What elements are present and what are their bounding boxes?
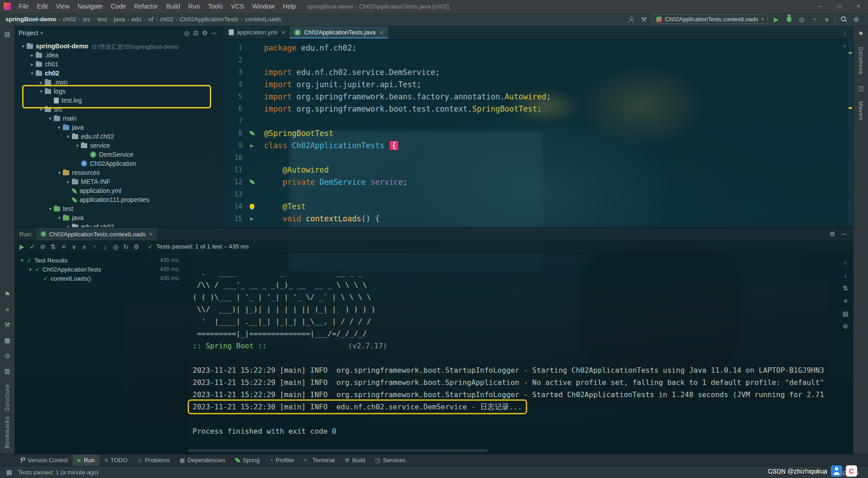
horizontal-scrollbar[interactable] — [188, 449, 488, 452]
tree-item-logs[interactable]: ▾logs — [15, 87, 222, 96]
breadcrumb-java[interactable]: java — [113, 16, 126, 23]
test-options-icon[interactable]: ≡ — [58, 242, 69, 252]
tool-button-version-control[interactable]: Version Control — [15, 455, 73, 466]
previous-test-icon[interactable]: ↑ — [90, 242, 100, 252]
tool-window-button-bookmarks[interactable]: Bookmarks — [4, 416, 10, 449]
chevron-icon[interactable]: ▸ — [28, 61, 36, 67]
breadcrumb-test[interactable]: test — [96, 16, 108, 23]
close-icon[interactable]: × — [149, 231, 152, 238]
menu-help[interactable]: Help — [279, 0, 300, 13]
menu-edit[interactable]: Edit — [33, 0, 52, 13]
breadcrumb-edu[interactable]: edu — [131, 16, 143, 23]
chevron-icon[interactable]: ▾ — [38, 107, 45, 112]
collapse-all-icon[interactable]: ∧ — [79, 242, 90, 252]
tree-item-resources[interactable]: ▾resources — [15, 168, 222, 177]
tree-item-main[interactable]: ▾main — [15, 114, 222, 123]
panel-settings-icon[interactable]: ⚙ — [200, 28, 209, 38]
scroll-down-icon[interactable]: ↓ — [841, 271, 850, 281]
chevron-icon[interactable]: ▾ — [28, 70, 36, 76]
chevron-icon[interactable]: ▸ — [28, 52, 36, 58]
chevron-icon[interactable]: ▾ — [27, 267, 34, 272]
next-test-icon[interactable]: ↓ — [100, 242, 110, 252]
collapse-all-icon[interactable]: ⊟ — [191, 28, 200, 38]
tool-button-todo[interactable]: ≡TODO — [99, 455, 132, 466]
breadcrumb-ch02[interactable]: ch02 — [62, 16, 77, 23]
chevron-icon[interactable]: ▾ — [74, 143, 81, 149]
dependencies-tool-icon[interactable]: ▦ — [3, 335, 12, 345]
editor-tab-application-yml[interactable]: application.yml× — [224, 26, 290, 38]
test-history-icon[interactable]: ↻ — [121, 242, 131, 252]
search-everywhere-icon[interactable] — [839, 14, 848, 24]
breadcrumb-src[interactable]: src — [82, 16, 92, 23]
tool-window-button-structure[interactable]: Structure — [4, 384, 10, 411]
project-panel-title[interactable]: Project — [19, 29, 38, 37]
run-gutter-icon[interactable] — [246, 142, 258, 149]
tree-item-ch01[interactable]: ▸ch01 — [15, 60, 222, 69]
chevron-icon[interactable]: ▸ — [65, 179, 72, 185]
menu-view[interactable]: View — [52, 0, 74, 13]
menu-run[interactable]: Run — [184, 0, 204, 13]
tool-button-spring[interactable]: Spring — [230, 455, 265, 466]
editor-scrollbar[interactable] — [849, 39, 852, 227]
code-editor[interactable]: 1package edu.nf.ch02;23import edu.nf.ch0… — [222, 39, 853, 227]
tree-item-edu-nf-ch02[interactable]: ▾edu.nf.ch02 — [15, 222, 222, 227]
tool-window-switcher-icon[interactable]: ▦ — [5, 467, 14, 477]
tree-item-idea[interactable]: ▸.idea — [15, 51, 222, 60]
tree-item-test-log[interactable]: test.log — [15, 96, 222, 105]
tree-item-meta-inf[interactable]: ▸META-INF — [15, 177, 222, 186]
tree-item-java[interactable]: ▾java — [15, 213, 222, 222]
debug-bug-icon[interactable] — [784, 14, 793, 24]
chevron-down-icon[interactable]: ▾ — [41, 30, 43, 36]
settings-icon[interactable]: ⚙ — [852, 14, 861, 24]
tree-item-springboot-demo[interactable]: ▾springBoot-demoD:\作业汇总\S5\springBoot-de… — [15, 42, 222, 51]
run-settings-icon[interactable]: ⚙ — [828, 229, 837, 239]
menu-file[interactable]: File — [14, 0, 33, 13]
device-tool-icon[interactable]: ▥ — [3, 366, 12, 376]
test-node-test-results[interactable]: ▾✓Test Results435 ms — [15, 256, 186, 265]
expand-all-icon[interactable]: ∨ — [69, 242, 79, 252]
todo-tool-icon[interactable]: ≡ — [3, 305, 12, 314]
menu-window[interactable]: Window — [248, 0, 279, 13]
chevron-icon[interactable]: ▾ — [47, 206, 54, 212]
rerun-tests-icon[interactable]: ▶ — [17, 242, 27, 252]
chevron-icon[interactable]: ▾ — [19, 43, 27, 49]
run-gutter-icon[interactable] — [246, 216, 258, 222]
editor-tab-ch02applicationtests-java[interactable]: CCh02ApplicationTests.java× — [290, 26, 388, 38]
chevron-icon[interactable]: ▾ — [56, 125, 63, 131]
clear-console-icon[interactable]: ⊘ — [841, 321, 850, 331]
chevron-icon[interactable]: ▾ — [65, 224, 72, 228]
minimize-button[interactable]: – — [811, 0, 830, 13]
tree-item-ch02application[interactable]: CCh02Application — [15, 159, 222, 168]
menu-build[interactable]: Build — [162, 0, 184, 13]
close-icon[interactable]: × — [281, 29, 285, 36]
tool-button-profiler[interactable]: ◔Profiler — [265, 455, 299, 466]
menu-vcs[interactable]: VCS — [227, 0, 248, 13]
tree-item-demservice[interactable]: IDemService — [15, 150, 222, 159]
soft-wrap-icon[interactable]: ⇅ — [841, 283, 850, 293]
run-console[interactable]: . ____ _ __ _ _ /\\ / ___'_ __ _ _(_)_ _… — [186, 253, 838, 454]
stop-icon[interactable]: ■ — [822, 14, 831, 24]
tree-item-mvn[interactable]: ▸.mvn — [15, 78, 222, 87]
tree-item-edu-nf-ch02[interactable]: ▾edu.nf.ch02 — [15, 132, 222, 141]
snapshots-tool-icon[interactable]: ◎ — [3, 351, 12, 361]
breadcrumb-contextloads[interactable]: contextLoads — [244, 16, 282, 23]
test-node-contextloads[interactable]: ✓contextLoads()435 ms — [15, 274, 186, 283]
test-settings-icon[interactable]: ⚙ — [131, 242, 142, 252]
notifications-bell-icon[interactable]: ⚑ — [856, 29, 865, 39]
maximize-button[interactable]: □ — [830, 0, 849, 13]
more-tabs-icon[interactable]: ⋮ — [840, 29, 849, 39]
show-ignored-icon[interactable]: ⊘ — [38, 242, 48, 252]
build-tool-icon[interactable]: ⚒ — [3, 320, 12, 330]
menu-refactor[interactable]: Refactor — [130, 0, 162, 13]
hide-run-panel-icon[interactable]: ─ — [840, 229, 849, 239]
breadcrumb-ch02[interactable]: ch02 — [159, 16, 174, 23]
sort-by-duration-icon[interactable]: ⇅ — [48, 242, 58, 252]
navigate-with-selection-icon[interactable]: ◎ — [110, 242, 121, 252]
tool-button-services[interactable]: ◳Services — [370, 455, 410, 466]
show-passed-icon[interactable]: ✓ — [27, 242, 38, 252]
tree-item-service[interactable]: ▾service — [15, 141, 222, 150]
tool-window-button-database[interactable]: Database — [858, 47, 864, 75]
hide-panel-icon[interactable]: ─ — [209, 28, 218, 38]
print-console-icon[interactable]: ▤ — [841, 309, 850, 319]
run-tab[interactable]: ✓ Ch02ApplicationTests.contextLoads × — [36, 228, 157, 240]
